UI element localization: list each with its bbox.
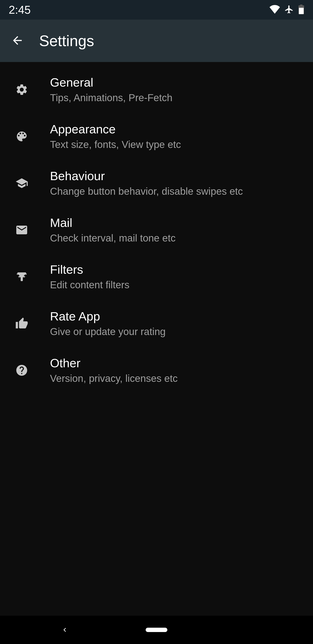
item-title: Mail: [50, 216, 176, 230]
settings-item-appearance[interactable]: Appearance Text size, fonts, View type e…: [0, 113, 313, 160]
settings-item-behaviour[interactable]: Behaviour Change button behavior, disabl…: [0, 160, 313, 207]
navigation-bar: [0, 616, 313, 644]
filter-icon: [13, 268, 30, 286]
item-subtitle: Change button behavior, disable swipes e…: [50, 185, 243, 198]
item-title: Filters: [50, 262, 130, 277]
item-title: Appearance: [50, 122, 181, 136]
item-subtitle: Check interval, mail tone etc: [50, 232, 176, 245]
item-subtitle: Version, privacy, licenses etc: [50, 372, 178, 385]
back-button[interactable]: [6, 30, 28, 52]
help-icon: [13, 362, 30, 379]
status-time: 2:45: [9, 3, 31, 16]
status-icons: [270, 4, 304, 15]
item-title: Behaviour: [50, 168, 243, 183]
airplane-icon: [284, 4, 294, 15]
status-bar: 2:45: [0, 0, 313, 20]
settings-list: General Tips, Animations, Pre-Fetch Appe…: [0, 62, 313, 394]
settings-item-filters[interactable]: Filters Edit content filters: [0, 254, 313, 300]
item-title: Rate App: [50, 309, 166, 324]
mail-icon: [13, 221, 30, 239]
wifi-icon: [270, 5, 280, 14]
layers-icon: [13, 174, 30, 192]
settings-item-general[interactable]: General Tips, Animations, Pre-Fetch: [0, 66, 313, 113]
palette-icon: [13, 128, 30, 145]
nav-home-button[interactable]: [146, 628, 167, 632]
battery-icon: [298, 4, 304, 15]
page-title: Settings: [39, 32, 94, 50]
thumb-up-icon: [13, 315, 30, 332]
app-bar: Settings: [0, 20, 313, 62]
nav-back-button[interactable]: [61, 626, 69, 634]
item-subtitle: Edit content filters: [50, 278, 130, 292]
item-title: Other: [50, 356, 178, 370]
item-subtitle: Text size, fonts, View type etc: [50, 138, 181, 151]
settings-item-other[interactable]: Other Version, privacy, licenses etc: [0, 347, 313, 394]
item-subtitle: Tips, Animations, Pre-Fetch: [50, 92, 172, 104]
item-title: General: [50, 75, 172, 90]
arrow-back-icon: [11, 34, 24, 48]
gear-icon: [13, 81, 30, 98]
item-subtitle: Give or update your rating: [50, 325, 166, 338]
settings-item-mail[interactable]: Mail Check interval, mail tone etc: [0, 207, 313, 254]
settings-item-rate-app[interactable]: Rate App Give or update your rating: [0, 300, 313, 347]
